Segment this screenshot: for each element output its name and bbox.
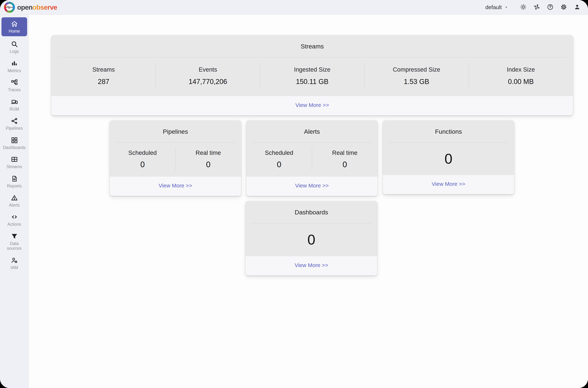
- sidebar-item-label: Pipelines: [6, 126, 23, 131]
- theme-toggle-button[interactable]: [520, 4, 527, 11]
- functions-count: 0: [445, 150, 452, 167]
- table-icon: [11, 156, 18, 163]
- dashboards-card-title: Dashboards: [246, 201, 377, 216]
- sidebar-item-reports[interactable]: Reports: [0, 172, 29, 192]
- functions-view-more-link[interactable]: View More >>: [432, 181, 465, 187]
- alerts-realtime: Real time 0: [312, 147, 378, 171]
- topbar-actions: default: [485, 4, 581, 11]
- sidebar-item-rum[interactable]: RUM: [0, 96, 29, 115]
- user-icon: [574, 4, 581, 11]
- sidebar-item-pipelines[interactable]: Pipelines: [0, 115, 29, 134]
- stat-value: 0.00 MB: [508, 78, 534, 86]
- settings-button[interactable]: [560, 4, 567, 11]
- sidebar-item-label: Streams: [7, 164, 22, 169]
- stat-value: 287: [98, 78, 109, 86]
- streams-stats-row: Streams 287 Events 147,770,206 Ingested …: [51, 57, 573, 96]
- code-icon: [11, 213, 18, 220]
- search-icon: [11, 40, 18, 48]
- sidebar-item-dashboards[interactable]: Dashboards: [0, 134, 29, 153]
- stat-label: Ingested Size: [294, 66, 330, 73]
- stat-ingested-size: Ingested Size 150.11 GB: [260, 64, 364, 88]
- openobserve-logo[interactable]: openobserve: [4, 2, 57, 13]
- alerts-card-title: Alerts: [246, 121, 378, 135]
- pipelines-scheduled: Scheduled 0: [110, 147, 175, 171]
- home-icon: [11, 20, 18, 27]
- pipelines-view-more-link[interactable]: View More >>: [158, 183, 192, 189]
- sidebar-item-actions[interactable]: Actions: [0, 211, 29, 230]
- dashboards-view-more-link[interactable]: View More >>: [294, 262, 328, 268]
- heartbeat-icon: [4, 2, 15, 13]
- stat-streams: Streams 287: [51, 64, 156, 88]
- filter-icon: [11, 233, 18, 240]
- stat-label: Scheduled: [128, 149, 157, 156]
- sidebar-item-data-sources[interactable]: Data sources: [0, 230, 29, 254]
- alerts-view-more-link[interactable]: View More >>: [295, 183, 329, 189]
- dashboards-count-wrap: 0: [246, 223, 377, 256]
- chevron-down-icon: [504, 5, 509, 10]
- sidebar-item-label: Alerts: [9, 203, 20, 207]
- document-icon: [11, 175, 18, 182]
- sidebar-item-label: Traces: [8, 87, 21, 92]
- sidebar-item-metrics[interactable]: Metrics: [0, 57, 29, 76]
- pipelines-realtime: Real time 0: [175, 147, 241, 171]
- alerts-scheduled: Scheduled 0: [246, 147, 312, 171]
- sidebar-item-label: Data sources: [2, 241, 26, 251]
- sidebar-item-label: RUM: [9, 107, 19, 112]
- sidebar-item-logs[interactable]: Logs: [0, 38, 29, 57]
- sidebar-item-label: Dashboards: [3, 145, 25, 150]
- stat-index-size: Index Size 0.00 MB: [469, 64, 573, 88]
- logo-ring-icon: [4, 2, 15, 13]
- alerts-card-footer: View More >>: [246, 176, 378, 196]
- help-button[interactable]: [546, 4, 554, 11]
- mini-cards-row: Pipelines Scheduled 0 Real time 0 Vi: [110, 121, 588, 196]
- slack-button[interactable]: [533, 4, 540, 11]
- stat-label: Real time: [196, 149, 221, 156]
- help-icon: [547, 4, 554, 11]
- sidebar-item-label: Metrics: [7, 68, 21, 73]
- streams-summary-card: Streams Streams 287 Events 147,770,206 I…: [51, 35, 573, 115]
- brand-wordmark: openobserve: [17, 4, 57, 11]
- stat-value: 150.11 GB: [296, 78, 329, 86]
- stat-label: Real time: [332, 149, 357, 156]
- sidebar-nav: Home Logs Metrics: [0, 15, 29, 388]
- sidebar-item-iam[interactable]: IAM: [0, 254, 29, 273]
- light-mode-icon: [520, 4, 527, 11]
- dashboards-count: 0: [307, 231, 315, 248]
- brand-observe-text: observe: [32, 4, 57, 11]
- app-body: Home Logs Metrics: [0, 15, 588, 388]
- pipelines-card-title: Pipelines: [110, 121, 241, 135]
- profile-button[interactable]: [573, 4, 581, 11]
- dashboards-card: Dashboards 0 View More >>: [246, 201, 377, 275]
- stat-compressed-size: Compressed Size 1.53 GB: [364, 64, 469, 88]
- sidebar-item-label: Reports: [7, 184, 22, 188]
- stat-value: 0: [140, 160, 145, 169]
- dashboards-card-row: Dashboards 0 View More >>: [246, 201, 588, 275]
- sidebar-item-alerts[interactable]: Alerts: [0, 192, 29, 211]
- sidebar-item-label: Actions: [7, 222, 21, 227]
- pipelines-card-footer: View More >>: [110, 176, 241, 196]
- dashboards-card-footer: View More >>: [246, 256, 377, 275]
- stat-label: Scheduled: [265, 149, 293, 156]
- brand-open-text: open: [17, 4, 32, 11]
- functions-count-wrap: 0: [383, 143, 514, 175]
- sidebar-item-label: Logs: [10, 49, 19, 54]
- user-gear-icon: [11, 257, 18, 264]
- streams-view-more-link[interactable]: View More >>: [295, 102, 329, 108]
- warning-icon: [11, 194, 18, 201]
- sidebar-item-home[interactable]: Home: [1, 17, 27, 36]
- stat-value: 0: [206, 160, 210, 169]
- sidebar-item-label: IAM: [11, 265, 18, 270]
- gear-icon: [560, 4, 567, 11]
- main-content: Streams Streams 287 Events 147,770,206 I…: [29, 15, 588, 388]
- app-window: openobserve default: [0, 0, 588, 388]
- alerts-stats: Scheduled 0 Real time 0: [246, 143, 378, 176]
- sidebar-item-streams[interactable]: Streams: [0, 153, 29, 172]
- stat-value: 147,770,206: [189, 78, 227, 86]
- organization-selector[interactable]: default: [485, 4, 509, 10]
- bar-chart-icon: [11, 60, 18, 67]
- streams-card-footer: View More >>: [51, 96, 573, 115]
- sidebar-item-traces[interactable]: Traces: [0, 76, 29, 95]
- share-icon: [11, 117, 18, 125]
- stat-events: Events 147,770,206: [156, 64, 260, 88]
- dashboard-icon: [11, 137, 18, 144]
